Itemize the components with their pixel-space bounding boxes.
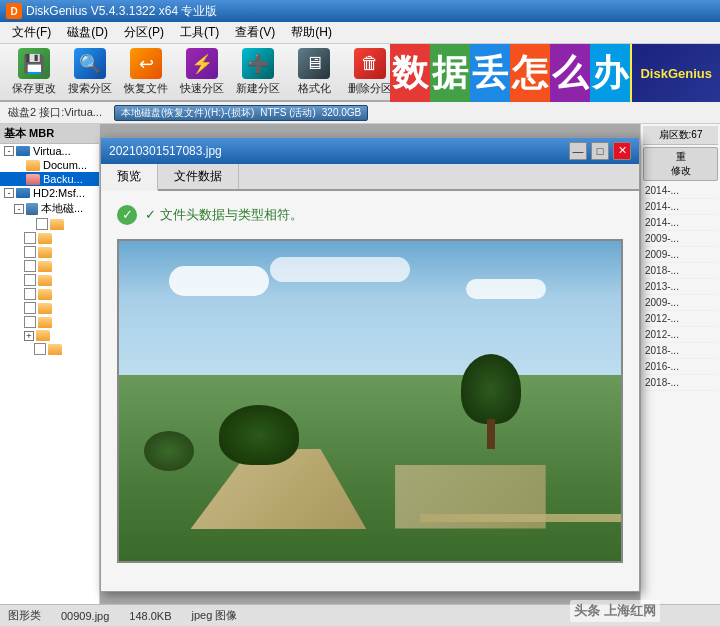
tree-label-4: 本地磁... <box>41 201 83 216</box>
app-icon-text: D <box>10 6 17 17</box>
toolbar-save[interactable]: 💾 保存更改 <box>6 47 62 97</box>
partition-icon-4 <box>26 203 38 215</box>
checkbox-7[interactable] <box>24 246 36 258</box>
toolbar-save-label: 保存更改 <box>12 81 56 96</box>
quick-icon: ⚡ <box>186 48 218 79</box>
tree-node-9[interactable] <box>0 273 99 287</box>
app-title: DiskGenius V5.4.3.1322 x64 专业版 <box>26 3 217 20</box>
menu-disk[interactable]: 磁盘(D) <box>59 22 116 43</box>
banner-char-1: 数 <box>390 44 430 102</box>
menu-bar: 文件(F) 磁盘(D) 分区(P) 工具(T) 查看(V) 帮助(H) <box>0 22 720 44</box>
banner-char-5: 么 <box>550 44 590 102</box>
toolbar-format[interactable]: 🖥 格式化 <box>286 47 342 97</box>
toolbar-restore-label: 恢复文件 <box>124 81 168 96</box>
banner-icons: 数 据 丢 怎 么 办 DiskGenius <box>390 44 720 102</box>
status-size: 148.0KB <box>129 610 171 622</box>
expand-0[interactable]: - <box>4 146 14 156</box>
partition-size: 320.0GB <box>322 107 361 118</box>
menu-partition[interactable]: 分区(P) <box>116 22 172 43</box>
toolbar-search-label: 搜索分区 <box>68 81 112 96</box>
new-partition-icon: ➕ <box>242 48 274 79</box>
banner-char-6: 办 <box>590 44 630 102</box>
status-text: ✓ 文件头数据与类型相符。 <box>145 206 303 224</box>
tab-preview[interactable]: 预览 <box>101 164 158 191</box>
tab-file-data[interactable]: 文件数据 <box>158 164 239 189</box>
dialog-content: ✓ ✓ 文件头数据与类型相符。 <box>101 191 639 591</box>
checkbox-10[interactable] <box>24 288 36 300</box>
folder-icon-11 <box>38 303 52 314</box>
tree-node-11[interactable] <box>0 301 99 315</box>
folder-icon-1 <box>26 160 40 171</box>
dialog-minimize-btn[interactable]: — <box>569 142 587 160</box>
checkbox-9[interactable] <box>24 274 36 286</box>
folder-icon-8 <box>38 261 52 272</box>
tree-node-8[interactable] <box>0 259 99 273</box>
checkbox-6[interactable] <box>24 232 36 244</box>
expand-3[interactable]: - <box>4 188 14 198</box>
menu-file[interactable]: 文件(F) <box>4 22 59 43</box>
main-area: 磁盘2 接口:Virtua... 本地磁盘(恢复文件)(H:)-(损坏) NTF… <box>0 102 720 626</box>
menu-help[interactable]: 帮助(H) <box>283 22 340 43</box>
right-item-7: 2009-... <box>643 295 718 311</box>
folder-icon-12 <box>38 317 52 328</box>
checkbox-12[interactable] <box>24 316 36 328</box>
watermark: 头条 上海红网 <box>570 600 660 622</box>
tree-node-1[interactable]: + Docum... <box>0 158 99 172</box>
checkbox-5[interactable] <box>36 218 48 230</box>
right-item-0: 2014-... <box>643 183 718 199</box>
menu-view[interactable]: 查看(V) <box>227 22 283 43</box>
folder-icon-6 <box>38 233 52 244</box>
disk-icon-3 <box>16 188 30 198</box>
dialog-titlebar: 20210301517083.jpg — □ ✕ <box>101 138 639 164</box>
tree-label-3: HD2:Msf... <box>33 187 85 199</box>
checkbox-11[interactable] <box>24 302 36 314</box>
tree-node-6[interactable] <box>0 231 99 245</box>
road <box>420 514 621 522</box>
checkbox-8[interactable] <box>24 260 36 272</box>
sidebar: 基本 MBR - Virtua... + Docum... + Backu...… <box>0 124 100 604</box>
tree-node-0[interactable]: - Virtua... <box>0 144 99 158</box>
toolbar-quick[interactable]: ⚡ 快速分区 <box>174 47 230 97</box>
preview-landscape <box>119 241 621 561</box>
right-item-5: 2018-... <box>643 263 718 279</box>
folder-icon-14 <box>48 344 62 355</box>
status-type: 图形类 <box>8 608 41 623</box>
dialog-close-btn[interactable]: ✕ <box>613 142 631 160</box>
toolbar-new[interactable]: ➕ 新建分区 <box>230 47 286 97</box>
expand-4[interactable]: - <box>14 204 24 214</box>
cloud-1 <box>169 266 269 296</box>
tree-node-4[interactable]: - 本地磁... <box>0 200 99 217</box>
folder-icon-13 <box>36 330 50 341</box>
tree-node-14[interactable] <box>0 342 99 356</box>
tree-node-12[interactable] <box>0 315 99 329</box>
right-item-10: 2018-... <box>643 343 718 359</box>
checkbox-14[interactable] <box>34 343 46 355</box>
toolbar-restore[interactable]: ↩ 恢复文件 <box>118 47 174 97</box>
banner-char-4: 怎 <box>510 44 550 102</box>
folder-icon-5 <box>50 219 64 230</box>
partition-name: 本地磁盘(恢复文件)(H:)-(损坏) <box>121 106 254 120</box>
tree-node-13[interactable]: + <box>0 329 99 342</box>
toolbar-quick-label: 快速分区 <box>180 81 224 96</box>
toolbar-search[interactable]: 🔍 搜索分区 <box>62 47 118 97</box>
file-preview-dialog: 20210301517083.jpg — □ ✕ 预览 文件数据 <box>100 137 640 592</box>
tree-node-10[interactable] <box>0 287 99 301</box>
tree-node-3[interactable]: - HD2:Msf... <box>0 186 99 200</box>
tree-node-5[interactable]: + <box>0 217 99 231</box>
expand-13[interactable]: + <box>24 331 34 341</box>
tree-node-7[interactable] <box>0 245 99 259</box>
dialog-controls: — □ ✕ <box>569 142 631 160</box>
tree-node-2[interactable]: + Backu... <box>0 172 99 186</box>
banner-char-2: 据 <box>430 44 470 102</box>
right-modify-btn[interactable]: 重修改 <box>643 147 718 181</box>
work-area: 基本 MBR - Virtua... + Docum... + Backu...… <box>0 124 720 604</box>
right-item-1: 2014-... <box>643 199 718 215</box>
tree-label-1: Docum... <box>43 159 87 171</box>
menu-tools[interactable]: 工具(T) <box>172 22 227 43</box>
cloud-2 <box>270 257 410 282</box>
search-icon: 🔍 <box>74 48 106 79</box>
dialog-title: 20210301517083.jpg <box>109 144 222 158</box>
title-bar: D DiskGenius V5.4.3.1322 x64 专业版 <box>0 0 720 22</box>
dialog-maximize-btn[interactable]: □ <box>591 142 609 160</box>
banner-char-3: 丢 <box>470 44 510 102</box>
